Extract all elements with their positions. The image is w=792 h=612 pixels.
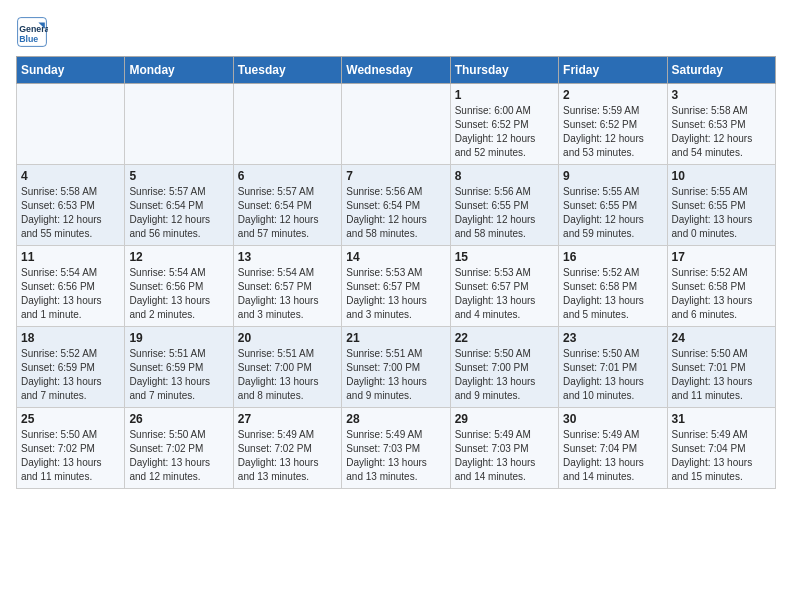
svg-text:Blue: Blue — [19, 34, 38, 44]
day-detail: Sunrise: 5:51 AM Sunset: 7:00 PM Dayligh… — [346, 347, 445, 403]
calendar-cell: 1Sunrise: 6:00 AM Sunset: 6:52 PM Daylig… — [450, 84, 558, 165]
day-detail: Sunrise: 5:49 AM Sunset: 7:02 PM Dayligh… — [238, 428, 337, 484]
day-number: 16 — [563, 250, 662, 264]
calendar-cell: 24Sunrise: 5:50 AM Sunset: 7:01 PM Dayli… — [667, 327, 775, 408]
day-number: 3 — [672, 88, 771, 102]
day-header-monday: Monday — [125, 57, 233, 84]
calendar-cell: 11Sunrise: 5:54 AM Sunset: 6:56 PM Dayli… — [17, 246, 125, 327]
day-detail: Sunrise: 6:00 AM Sunset: 6:52 PM Dayligh… — [455, 104, 554, 160]
day-number: 23 — [563, 331, 662, 345]
day-number: 30 — [563, 412, 662, 426]
day-detail: Sunrise: 5:53 AM Sunset: 6:57 PM Dayligh… — [346, 266, 445, 322]
day-number: 11 — [21, 250, 120, 264]
day-number: 10 — [672, 169, 771, 183]
day-detail: Sunrise: 5:57 AM Sunset: 6:54 PM Dayligh… — [238, 185, 337, 241]
calendar-cell: 15Sunrise: 5:53 AM Sunset: 6:57 PM Dayli… — [450, 246, 558, 327]
day-detail: Sunrise: 5:54 AM Sunset: 6:56 PM Dayligh… — [21, 266, 120, 322]
page-header: General Blue — [16, 16, 776, 48]
calendar-cell: 26Sunrise: 5:50 AM Sunset: 7:02 PM Dayli… — [125, 408, 233, 489]
day-number: 9 — [563, 169, 662, 183]
day-number: 18 — [21, 331, 120, 345]
calendar-cell: 16Sunrise: 5:52 AM Sunset: 6:58 PM Dayli… — [559, 246, 667, 327]
day-detail: Sunrise: 5:50 AM Sunset: 7:02 PM Dayligh… — [21, 428, 120, 484]
calendar-cell: 23Sunrise: 5:50 AM Sunset: 7:01 PM Dayli… — [559, 327, 667, 408]
day-number: 7 — [346, 169, 445, 183]
calendar-cell: 7Sunrise: 5:56 AM Sunset: 6:54 PM Daylig… — [342, 165, 450, 246]
day-number: 15 — [455, 250, 554, 264]
logo: General Blue — [16, 16, 48, 48]
calendar-cell: 30Sunrise: 5:49 AM Sunset: 7:04 PM Dayli… — [559, 408, 667, 489]
calendar-cell: 10Sunrise: 5:55 AM Sunset: 6:55 PM Dayli… — [667, 165, 775, 246]
calendar-cell: 3Sunrise: 5:58 AM Sunset: 6:53 PM Daylig… — [667, 84, 775, 165]
day-detail: Sunrise: 5:49 AM Sunset: 7:04 PM Dayligh… — [672, 428, 771, 484]
day-detail: Sunrise: 5:55 AM Sunset: 6:55 PM Dayligh… — [563, 185, 662, 241]
day-number: 12 — [129, 250, 228, 264]
day-detail: Sunrise: 5:52 AM Sunset: 6:59 PM Dayligh… — [21, 347, 120, 403]
day-number: 6 — [238, 169, 337, 183]
calendar-cell: 21Sunrise: 5:51 AM Sunset: 7:00 PM Dayli… — [342, 327, 450, 408]
day-detail: Sunrise: 5:51 AM Sunset: 6:59 PM Dayligh… — [129, 347, 228, 403]
day-header-thursday: Thursday — [450, 57, 558, 84]
day-number: 25 — [21, 412, 120, 426]
day-number: 20 — [238, 331, 337, 345]
day-detail: Sunrise: 5:54 AM Sunset: 6:56 PM Dayligh… — [129, 266, 228, 322]
day-detail: Sunrise: 5:54 AM Sunset: 6:57 PM Dayligh… — [238, 266, 337, 322]
day-number: 2 — [563, 88, 662, 102]
calendar-cell: 31Sunrise: 5:49 AM Sunset: 7:04 PM Dayli… — [667, 408, 775, 489]
calendar-cell: 29Sunrise: 5:49 AM Sunset: 7:03 PM Dayli… — [450, 408, 558, 489]
calendar-cell: 17Sunrise: 5:52 AM Sunset: 6:58 PM Dayli… — [667, 246, 775, 327]
day-number: 8 — [455, 169, 554, 183]
day-detail: Sunrise: 5:53 AM Sunset: 6:57 PM Dayligh… — [455, 266, 554, 322]
day-detail: Sunrise: 5:56 AM Sunset: 6:54 PM Dayligh… — [346, 185, 445, 241]
day-detail: Sunrise: 5:50 AM Sunset: 7:02 PM Dayligh… — [129, 428, 228, 484]
day-number: 1 — [455, 88, 554, 102]
day-number: 29 — [455, 412, 554, 426]
day-header-wednesday: Wednesday — [342, 57, 450, 84]
day-detail: Sunrise: 5:52 AM Sunset: 6:58 PM Dayligh… — [563, 266, 662, 322]
day-detail: Sunrise: 5:49 AM Sunset: 7:03 PM Dayligh… — [455, 428, 554, 484]
calendar-cell: 5Sunrise: 5:57 AM Sunset: 6:54 PM Daylig… — [125, 165, 233, 246]
calendar-cell: 28Sunrise: 5:49 AM Sunset: 7:03 PM Dayli… — [342, 408, 450, 489]
day-number: 31 — [672, 412, 771, 426]
calendar-cell: 8Sunrise: 5:56 AM Sunset: 6:55 PM Daylig… — [450, 165, 558, 246]
day-number: 5 — [129, 169, 228, 183]
calendar-cell: 25Sunrise: 5:50 AM Sunset: 7:02 PM Dayli… — [17, 408, 125, 489]
day-header-saturday: Saturday — [667, 57, 775, 84]
calendar-cell — [125, 84, 233, 165]
day-number: 21 — [346, 331, 445, 345]
day-number: 19 — [129, 331, 228, 345]
week-row-1: 1Sunrise: 6:00 AM Sunset: 6:52 PM Daylig… — [17, 84, 776, 165]
day-detail: Sunrise: 5:49 AM Sunset: 7:04 PM Dayligh… — [563, 428, 662, 484]
day-header-tuesday: Tuesday — [233, 57, 341, 84]
day-detail: Sunrise: 5:55 AM Sunset: 6:55 PM Dayligh… — [672, 185, 771, 241]
calendar-cell: 12Sunrise: 5:54 AM Sunset: 6:56 PM Dayli… — [125, 246, 233, 327]
calendar-cell: 13Sunrise: 5:54 AM Sunset: 6:57 PM Dayli… — [233, 246, 341, 327]
day-number: 28 — [346, 412, 445, 426]
day-detail: Sunrise: 5:50 AM Sunset: 7:01 PM Dayligh… — [563, 347, 662, 403]
calendar-cell: 22Sunrise: 5:50 AM Sunset: 7:00 PM Dayli… — [450, 327, 558, 408]
calendar-table: SundayMondayTuesdayWednesdayThursdayFrid… — [16, 56, 776, 489]
day-number: 27 — [238, 412, 337, 426]
day-header-sunday: Sunday — [17, 57, 125, 84]
day-detail: Sunrise: 5:51 AM Sunset: 7:00 PM Dayligh… — [238, 347, 337, 403]
day-number: 17 — [672, 250, 771, 264]
week-row-2: 4Sunrise: 5:58 AM Sunset: 6:53 PM Daylig… — [17, 165, 776, 246]
calendar-cell: 19Sunrise: 5:51 AM Sunset: 6:59 PM Dayli… — [125, 327, 233, 408]
day-detail: Sunrise: 5:58 AM Sunset: 6:53 PM Dayligh… — [21, 185, 120, 241]
day-number: 22 — [455, 331, 554, 345]
calendar-cell: 9Sunrise: 5:55 AM Sunset: 6:55 PM Daylig… — [559, 165, 667, 246]
day-detail: Sunrise: 5:52 AM Sunset: 6:58 PM Dayligh… — [672, 266, 771, 322]
calendar-cell: 6Sunrise: 5:57 AM Sunset: 6:54 PM Daylig… — [233, 165, 341, 246]
header-row: SundayMondayTuesdayWednesdayThursdayFrid… — [17, 57, 776, 84]
calendar-cell — [342, 84, 450, 165]
calendar-cell: 20Sunrise: 5:51 AM Sunset: 7:00 PM Dayli… — [233, 327, 341, 408]
day-detail: Sunrise: 5:56 AM Sunset: 6:55 PM Dayligh… — [455, 185, 554, 241]
day-detail: Sunrise: 5:49 AM Sunset: 7:03 PM Dayligh… — [346, 428, 445, 484]
calendar-cell: 27Sunrise: 5:49 AM Sunset: 7:02 PM Dayli… — [233, 408, 341, 489]
day-number: 4 — [21, 169, 120, 183]
day-detail: Sunrise: 5:57 AM Sunset: 6:54 PM Dayligh… — [129, 185, 228, 241]
day-number: 26 — [129, 412, 228, 426]
calendar-cell — [17, 84, 125, 165]
week-row-4: 18Sunrise: 5:52 AM Sunset: 6:59 PM Dayli… — [17, 327, 776, 408]
day-number: 13 — [238, 250, 337, 264]
